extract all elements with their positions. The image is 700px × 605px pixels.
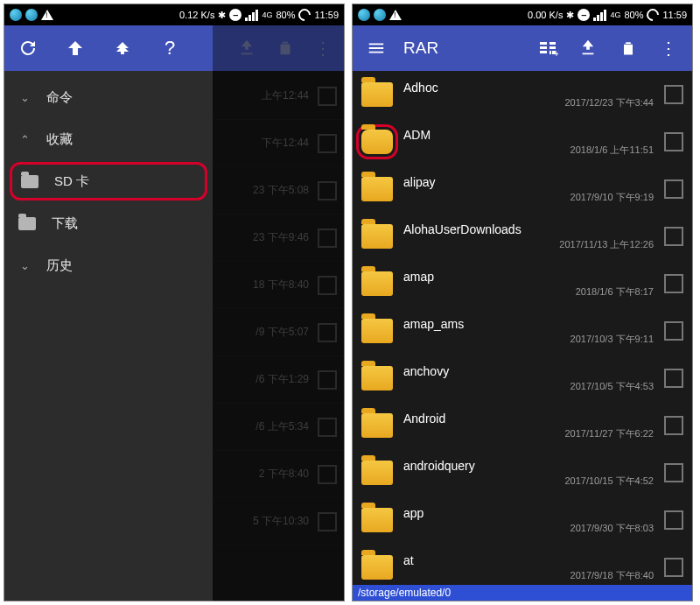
checkbox[interactable] bbox=[664, 416, 683, 435]
file-row[interactable]: app2017/9/30 下午8:03 bbox=[353, 496, 692, 544]
refresh-button[interactable] bbox=[4, 25, 52, 71]
network-label: 4G bbox=[262, 11, 272, 19]
drawer-label: SD 卡 bbox=[54, 173, 89, 190]
file-date: 2017/9/18 下午8:40 bbox=[570, 569, 654, 582]
app-bar: RAR + ⋮ bbox=[353, 25, 692, 71]
overflow-button[interactable]: ⋮ bbox=[648, 25, 689, 71]
file-date: 2017/9/30 下午8:03 bbox=[570, 522, 654, 535]
nav-drawer: ? ⌄ 命令 ⌃ 收藏 SD 卡 下载 bbox=[4, 25, 213, 601]
drawer-section-history[interactable]: ⌄ 历史 bbox=[4, 244, 213, 286]
checkbox[interactable] bbox=[664, 369, 683, 388]
globe-icon bbox=[10, 9, 22, 21]
signal-icon bbox=[245, 10, 258, 21]
help-button[interactable]: ? bbox=[146, 25, 193, 71]
file-name: amap_ams bbox=[403, 317, 654, 331]
file-name: Adhoc bbox=[403, 81, 654, 95]
file-name: anchovy bbox=[403, 364, 654, 378]
chevron-down-icon: ⌄ bbox=[18, 91, 31, 104]
net-speed: 0.12 K/s bbox=[179, 10, 214, 20]
top-button[interactable] bbox=[99, 25, 146, 71]
app-title: RAR bbox=[396, 39, 445, 58]
add-archive-button[interactable]: + bbox=[528, 25, 568, 71]
file-name: androidquery bbox=[403, 459, 654, 473]
checkbox[interactable] bbox=[664, 227, 683, 246]
checkbox[interactable] bbox=[664, 463, 683, 482]
folder-icon bbox=[361, 224, 393, 249]
drawer-label: 下载 bbox=[52, 215, 78, 232]
drawer-label: 历史 bbox=[46, 257, 73, 274]
drawer-label: 命令 bbox=[46, 89, 73, 106]
folder-icon bbox=[361, 366, 393, 390]
file-name: at bbox=[403, 553, 654, 567]
net-speed: 0.00 K/s bbox=[528, 10, 563, 20]
path-bar: /storage/emulated/0 bbox=[353, 585, 692, 601]
folder-icon bbox=[361, 508, 393, 532]
extract-button[interactable] bbox=[568, 25, 608, 71]
drawer-fav-downloads[interactable]: 下载 bbox=[4, 202, 213, 244]
file-row[interactable]: amap_ams2017/10/3 下午9:11 bbox=[353, 307, 692, 355]
status-bar: 0.00 K/s ✱ – 4G 80% 11:59 bbox=[353, 4, 692, 25]
delete-button[interactable] bbox=[608, 25, 648, 71]
dnd-icon: – bbox=[578, 9, 590, 21]
signal-icon bbox=[593, 10, 606, 21]
file-date: 2017/10/3 下午9:11 bbox=[570, 333, 654, 346]
battery-ring-icon bbox=[645, 6, 662, 24]
overflow-icon: ⋮ bbox=[314, 38, 332, 59]
drawer-toolbar: ? bbox=[4, 25, 213, 71]
checkbox[interactable] bbox=[664, 321, 683, 341]
phone-right: 0.00 K/s ✱ – 4G 80% 11:59 RAR + ⋮ Adhoc2… bbox=[352, 4, 693, 601]
checkbox[interactable] bbox=[664, 179, 683, 199]
folder-icon bbox=[361, 177, 393, 201]
file-date: 2017/11/27 下午6:22 bbox=[564, 427, 654, 440]
checkbox[interactable] bbox=[664, 85, 683, 104]
archive-icon bbox=[237, 39, 256, 58]
status-bar: 0.12 K/s ✱ – 4G 80% 11:59 bbox=[4, 4, 344, 25]
file-row[interactable]: AlohaUserDownloads2017/11/13 上午12:26 bbox=[353, 213, 692, 260]
file-row[interactable]: anchovy2017/10/5 下午4:53 bbox=[353, 355, 692, 402]
file-row[interactable]: Adhoc2017/12/23 下午3:44 bbox=[353, 71, 692, 118]
drawer-fav-sdcard[interactable]: SD 卡 bbox=[10, 162, 207, 200]
chevron-up-icon: ⌃ bbox=[18, 133, 31, 146]
file-row[interactable]: at2017/9/18 下午8:40 bbox=[353, 544, 692, 591]
globe-icon bbox=[374, 9, 386, 21]
warning-icon bbox=[389, 10, 402, 20]
file-row[interactable]: amap2018/1/6 下午8:17 bbox=[353, 260, 692, 307]
file-row[interactable]: androidquery2017/10/15 下午4:52 bbox=[353, 449, 692, 496]
drawer-label: 收藏 bbox=[46, 131, 73, 148]
file-row[interactable]: alipay2017/9/10 下午9:19 bbox=[353, 165, 692, 213]
folder-icon bbox=[361, 319, 393, 343]
file-name: ADM bbox=[403, 128, 654, 142]
file-name: AlohaUserDownloads bbox=[403, 222, 654, 236]
folder-icon bbox=[361, 82, 393, 107]
up-button[interactable] bbox=[52, 25, 99, 71]
dnd-icon: – bbox=[229, 9, 242, 21]
trash-icon bbox=[276, 39, 295, 58]
time-label: 11:59 bbox=[662, 10, 687, 20]
time-label: 11:59 bbox=[314, 10, 339, 20]
folder-icon bbox=[21, 175, 38, 188]
file-name: Android bbox=[403, 412, 654, 426]
checkbox[interactable] bbox=[664, 558, 683, 577]
menu-button[interactable] bbox=[356, 25, 396, 71]
file-date: 2018/1/6 下午8:17 bbox=[576, 285, 654, 299]
checkbox[interactable] bbox=[664, 510, 683, 530]
file-list[interactable]: Adhoc2017/12/23 下午3:44ADM2018/1/6 上午11:5… bbox=[353, 71, 692, 601]
checkbox[interactable] bbox=[664, 274, 683, 293]
svg-text:+: + bbox=[554, 49, 558, 59]
file-date: 2017/10/15 下午4:52 bbox=[564, 475, 654, 488]
phone-left: 0.12 K/s ✱ – 4G 80% 11:59 SD 卡 GB / 111 … bbox=[4, 4, 345, 601]
bluetooth-icon: ✱ bbox=[218, 10, 226, 21]
drawer-section-favorites[interactable]: ⌃ 收藏 bbox=[4, 118, 213, 160]
drawer-section-commands[interactable]: ⌄ 命令 bbox=[4, 76, 213, 118]
folder-icon bbox=[361, 271, 393, 296]
file-row[interactable]: ADM2018/1/6 上午11:51 bbox=[353, 118, 692, 165]
globe-icon bbox=[358, 9, 370, 21]
battery-label: 80% bbox=[624, 10, 643, 20]
network-label: 4G bbox=[610, 11, 620, 19]
battery-ring-icon bbox=[297, 6, 314, 24]
folder-icon bbox=[361, 413, 393, 438]
file-date: 2017/9/10 下午9:19 bbox=[570, 191, 654, 204]
file-row[interactable]: Android2017/11/27 下午6:22 bbox=[353, 402, 692, 449]
warning-icon bbox=[41, 10, 53, 20]
checkbox[interactable] bbox=[664, 132, 683, 151]
